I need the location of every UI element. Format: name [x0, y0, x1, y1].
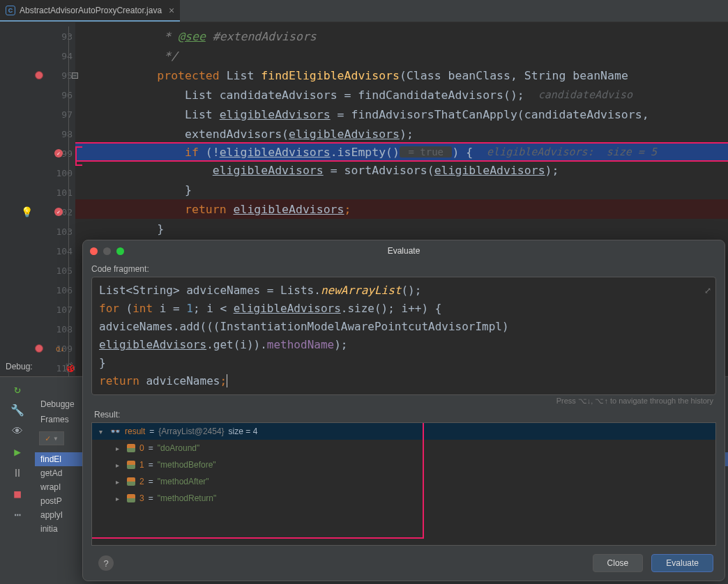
java-class-icon: C — [6, 6, 15, 15]
result-tree[interactable]: ▾ 👓 result = {ArrayList@2454} size = 4 ▸… — [91, 422, 716, 546]
window-minimize-icon[interactable] — [103, 247, 111, 255]
result-root-row[interactable]: ▾ 👓 result = {ArrayList@2454} size = 4 — [92, 423, 715, 440]
stop-icon[interactable]: ■ — [11, 487, 24, 500]
rerun-icon[interactable]: ↻ — [11, 383, 24, 395]
window-close-icon[interactable] — [90, 247, 98, 255]
editor-tab-bar: C AbstractAdvisorAutoProxyCreator.java × — [0, 0, 728, 22]
result-item[interactable]: ▸ 3 = "methodReturn" — [92, 490, 715, 507]
code-fragment-input[interactable]: ⤢ List<String> adviceNames = Lists.newAr… — [91, 277, 716, 395]
result-item[interactable]: ▸ 2 = "methodAfter" — [92, 473, 715, 490]
view-breakpoints-icon[interactable]: 👁 — [11, 424, 24, 437]
glasses-icon: 👓 — [110, 427, 121, 436]
evaluate-dialog: Evaluate Code fragment: ⤢ List<String> a… — [82, 240, 725, 581]
more-icon[interactable]: ⋯ — [11, 508, 24, 521]
pause-icon[interactable]: ⏸ — [11, 466, 24, 479]
history-hint: Press ⌥↓, ⌥↑ to navigate through the his… — [83, 395, 725, 407]
dialog-titlebar[interactable]: Evaluate — [83, 240, 725, 261]
chevron-down-icon[interactable]: ▾ — [99, 428, 106, 436]
gutter: 939495−96979899✓100101102✓💡1031041051061… — [0, 22, 75, 376]
tab-filename: AbstractAdvisorAutoProxyCreator.java — [20, 6, 162, 15]
dialog-footer: ? Close Evaluate — [83, 546, 725, 581]
result-item[interactable]: ▸ 0 = "doAround" — [92, 440, 715, 456]
settings-icon[interactable]: 🔧 — [11, 404, 24, 416]
editor-tab[interactable]: C AbstractAdvisorAutoProxyCreator.java × — [0, 0, 180, 22]
thread-dropdown[interactable]: ✓ ▾ — [39, 431, 64, 445]
expand-icon[interactable]: ⤢ — [704, 282, 711, 300]
result-label: Result: — [83, 407, 725, 422]
help-icon[interactable]: ? — [98, 555, 114, 571]
close-button[interactable]: Close — [593, 554, 644, 572]
result-item[interactable]: ▸ 1 = "methodBefore" — [92, 456, 715, 473]
annotation-box-left — [75, 146, 82, 166]
resume-icon[interactable]: ▶ — [11, 445, 24, 458]
window-zoom-icon[interactable] — [116, 247, 124, 255]
evaluate-button[interactable]: Evaluate — [651, 554, 713, 572]
close-icon[interactable]: × — [169, 5, 174, 16]
code-fragment-label: Code fragment: — [83, 261, 725, 277]
dialog-title: Evaluate — [388, 246, 420, 256]
bug-icon: 🐞 — [60, 362, 80, 373]
debug-label: Debug: — [6, 362, 33, 371]
debug-toolbar: ↻ 🔧 👁 ▶ ⏸ ■ ⋯ — [0, 377, 35, 584]
